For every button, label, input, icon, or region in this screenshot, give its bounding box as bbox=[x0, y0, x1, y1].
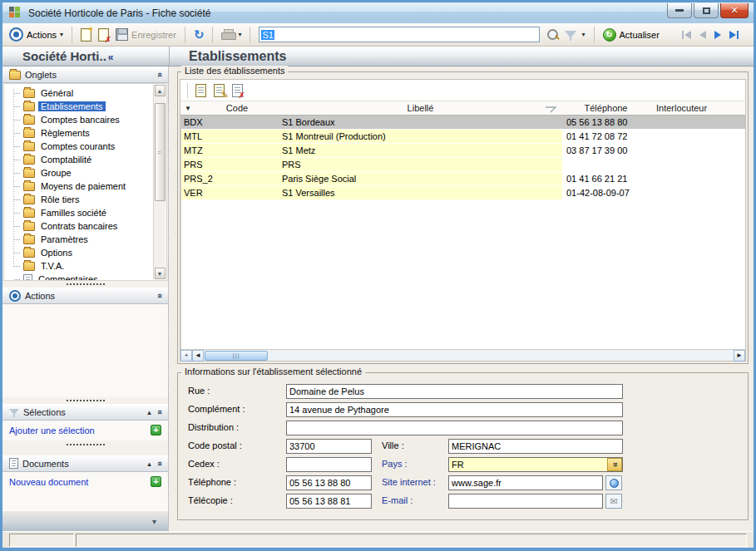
group-label: Informations sur l'établissement sélecti… bbox=[181, 367, 365, 376]
row-selector-header[interactable]: ▼ bbox=[180, 105, 195, 112]
scroll-up-button[interactable]: ▲ bbox=[155, 85, 166, 96]
new-record-button[interactable]: ✶ bbox=[77, 27, 95, 43]
group-label: Liste des établissements bbox=[181, 66, 288, 76]
nav-previous-button[interactable] bbox=[699, 31, 706, 39]
chevron-down-double-icon: « bbox=[610, 462, 620, 467]
send-email-button[interactable]: ✉ bbox=[605, 494, 622, 509]
save-label: Enregistrer bbox=[131, 30, 176, 40]
pays-label: Pays : bbox=[382, 459, 408, 469]
establishment-details-group: Informations sur l'établissement sélecti… bbox=[177, 372, 749, 520]
sidebar-item-comptes-courants[interactable]: Comptes courants bbox=[9, 140, 166, 153]
minimize-button[interactable] bbox=[667, 3, 692, 18]
complement-field[interactable] bbox=[286, 402, 623, 417]
table-row-ver[interactable]: VERS1 Versailles01-42-08-09-07 bbox=[181, 186, 745, 200]
edit-row-button[interactable]: ✎ bbox=[214, 84, 225, 97]
sidebar-item-comptes-bancaires[interactable]: Comptes bancaires bbox=[9, 113, 166, 126]
column-header-code[interactable]: Code bbox=[195, 103, 279, 113]
nav-last-button[interactable] bbox=[729, 31, 739, 39]
sidebar-collapse-bar[interactable]: ▾ bbox=[2, 510, 168, 531]
table-row-mtz[interactable]: MTZS1 Metz03 87 17 39 00 bbox=[181, 144, 745, 158]
section-header-onglets[interactable]: Onglets « bbox=[2, 66, 168, 83]
sidebar-item-label: Etablissements bbox=[38, 101, 106, 111]
search-input[interactable]: S1 bbox=[259, 27, 540, 42]
red-x-icon: ✗ bbox=[239, 91, 245, 99]
add-row-button[interactable] bbox=[195, 84, 206, 97]
new-document-link[interactable]: Nouveau document bbox=[9, 477, 151, 487]
column-header-libelle[interactable]: Libellé bbox=[279, 103, 562, 113]
toolbar-separator bbox=[594, 27, 595, 43]
site-internet-field[interactable] bbox=[448, 475, 603, 490]
chevron-down-icon: ▾ bbox=[581, 31, 585, 38]
column-header-telephone[interactable]: Téléphone bbox=[562, 103, 650, 113]
sidebar-item-contrats-bancaires[interactable]: Contrats bancaires bbox=[9, 219, 166, 233]
scroll-down-button[interactable]: ▼ bbox=[155, 268, 166, 279]
new-document-plus-button[interactable]: + bbox=[151, 476, 161, 487]
code-postal-field[interactable] bbox=[286, 439, 372, 454]
close-button[interactable]: ✕ bbox=[720, 3, 749, 18]
sidebar-item-t-v-a[interactable]: T.V.A. bbox=[9, 259, 166, 273]
section-header-documents[interactable]: Documents ▴ « bbox=[2, 455, 168, 472]
tree-scrollbar[interactable]: ▲ = ▼ bbox=[153, 85, 166, 279]
ville-field[interactable] bbox=[448, 439, 623, 454]
nav-first-button[interactable] bbox=[682, 31, 691, 39]
folder-icon bbox=[23, 222, 35, 231]
search-icon[interactable] bbox=[546, 28, 560, 42]
nav-next-button[interactable] bbox=[714, 31, 721, 39]
sidebar-item-comptabilit[interactable]: Comptabilité bbox=[9, 153, 166, 166]
folder-icon bbox=[23, 169, 35, 178]
table-row-mtl[interactable]: MTLS1 Montreuil (Production)01 41 72 08 … bbox=[181, 130, 745, 144]
sidebar-item-options[interactable]: Options bbox=[9, 246, 166, 259]
table-row-bdx[interactable]: BDXS1 Bordeaux05 56 13 88 80 bbox=[181, 116, 745, 130]
sidebar-item-r-le-tiers[interactable]: Rôle tiers bbox=[9, 193, 166, 206]
tree-connector bbox=[14, 266, 20, 267]
delete-record-button[interactable]: ✗ bbox=[95, 27, 112, 43]
tree-connector bbox=[14, 106, 20, 107]
sidebar-item-familles-soci-t[interactable]: Familles société bbox=[9, 206, 166, 219]
email-field[interactable] bbox=[448, 494, 603, 509]
sidebar-collapse-link[interactable]: « bbox=[108, 52, 114, 63]
sidebar-item-r-glements[interactable]: Règlements bbox=[9, 126, 166, 140]
rue-field[interactable] bbox=[286, 384, 623, 399]
sidebar-item-g-n-ral[interactable]: Général bbox=[9, 86, 166, 100]
actions-menu-button[interactable]: Actions ▾ bbox=[23, 28, 67, 42]
open-website-button[interactable] bbox=[605, 475, 622, 490]
table-row-prs[interactable]: PRSPRS bbox=[181, 158, 745, 172]
add-selection-plus-button[interactable]: + bbox=[151, 425, 161, 435]
section-header-actions[interactable]: Actions « bbox=[2, 288, 168, 304]
refresh-button[interactable]: ↻ bbox=[190, 27, 208, 42]
maximize-button[interactable] bbox=[694, 3, 719, 18]
filter-button[interactable]: ▾ bbox=[560, 29, 588, 40]
telecopie-field[interactable] bbox=[286, 494, 372, 509]
cell-code: MTZ bbox=[181, 144, 279, 157]
scroll-right-button[interactable]: ► bbox=[734, 350, 745, 362]
sidebar-item-label: Groupe bbox=[38, 168, 74, 178]
cell-tel: 03 87 17 39 00 bbox=[562, 144, 650, 157]
telephone-field[interactable] bbox=[286, 475, 372, 490]
folder-icon bbox=[23, 209, 35, 218]
add-column-button[interactable]: + bbox=[180, 350, 192, 362]
section-header-selections[interactable]: Sélections ▴ « bbox=[2, 404, 168, 421]
sidebar-item-param-tres[interactable]: Paramètres bbox=[9, 233, 166, 246]
sidebar-item-groupe[interactable]: Groupe bbox=[9, 166, 166, 180]
chevron-down-icon: ▾ bbox=[152, 517, 156, 526]
print-button[interactable]: ▾ bbox=[218, 27, 245, 42]
pays-dropdown-button[interactable]: « bbox=[607, 458, 622, 471]
scrollbar-thumb[interactable]: = bbox=[155, 103, 166, 201]
filter-icon bbox=[9, 409, 19, 415]
table-row-prs-2[interactable]: PRS_2Paris Siège Social01 41 66 21 21 bbox=[181, 172, 745, 186]
column-header-interlocuteur[interactable]: Interlocuteur bbox=[650, 103, 745, 113]
add-selection-link[interactable]: Ajouter une sélection bbox=[9, 426, 151, 435]
save-button[interactable]: Enregistrer bbox=[112, 27, 180, 42]
cedex-field[interactable] bbox=[286, 457, 372, 472]
sidebar-item-commentaires[interactable]: Commentaires bbox=[9, 273, 166, 281]
sidebar-item-etablissements[interactable]: Etablissements bbox=[9, 100, 166, 113]
actualiser-button[interactable]: ↻ Actualiser bbox=[600, 27, 663, 43]
tree-connector bbox=[14, 226, 20, 227]
scroll-left-button[interactable]: ◄ bbox=[192, 350, 204, 362]
delete-row-button[interactable]: ✗ bbox=[232, 84, 243, 97]
pays-field[interactable] bbox=[448, 457, 623, 472]
toolbar-separator bbox=[185, 27, 185, 43]
scrollbar-thumb[interactable]: ||| bbox=[205, 351, 268, 361]
sidebar-item-moyens-de-paiement[interactable]: Moyens de paiement bbox=[9, 180, 166, 193]
distribution-field[interactable] bbox=[286, 421, 623, 435]
